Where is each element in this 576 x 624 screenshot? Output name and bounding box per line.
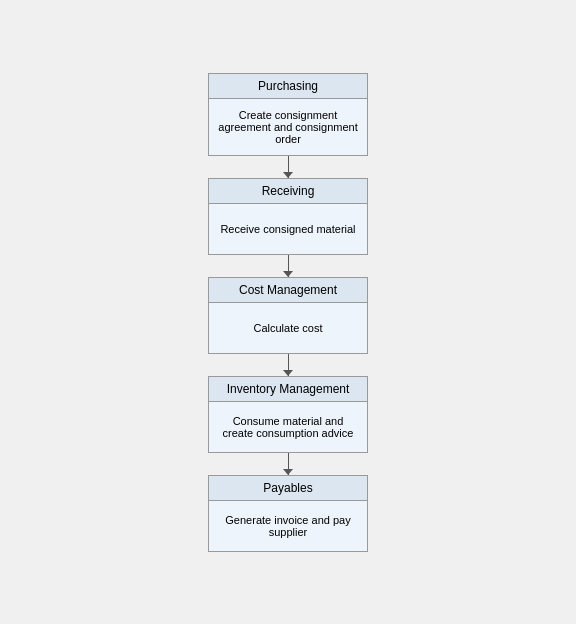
arrow-3: [288, 354, 289, 376]
purchasing-block: Purchasing Create consignment agreement …: [208, 73, 368, 156]
arrow-4: [288, 453, 289, 475]
diagram-container: Purchasing Create consignment agreement …: [208, 53, 368, 572]
arrow-2: [288, 255, 289, 277]
payables-header: Payables: [209, 476, 367, 501]
purchasing-body: Create consignment agreement and consign…: [209, 99, 367, 155]
receiving-body: Receive consigned material: [209, 204, 367, 254]
receiving-block: Receiving Receive consigned material: [208, 178, 368, 255]
payables-block: Payables Generate invoice and pay suppli…: [208, 475, 368, 552]
inventory-management-header: Inventory Management: [209, 377, 367, 402]
purchasing-header: Purchasing: [209, 74, 367, 99]
payables-body: Generate invoice and pay supplier: [209, 501, 367, 551]
inventory-management-body: Consume material and create consumption …: [209, 402, 367, 452]
cost-management-body: Calculate cost: [209, 303, 367, 353]
inventory-management-block: Inventory Management Consume material an…: [208, 376, 368, 453]
receiving-header: Receiving: [209, 179, 367, 204]
cost-management-header: Cost Management: [209, 278, 367, 303]
arrow-1: [288, 156, 289, 178]
cost-management-block: Cost Management Calculate cost: [208, 277, 368, 354]
